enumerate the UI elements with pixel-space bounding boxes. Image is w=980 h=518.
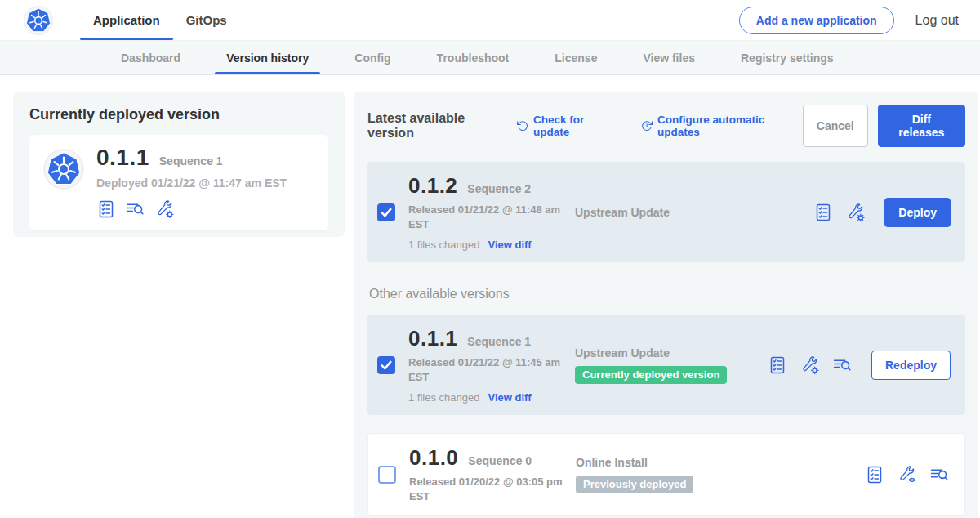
- diff-releases-button[interactable]: Diff releases: [878, 105, 965, 147]
- tab-dashboard[interactable]: Dashboard: [105, 41, 197, 74]
- deployed-timestamp: Deployed 01/21/22 @ 11:47 am EST: [96, 176, 287, 190]
- version-number: 0.1.2: [408, 173, 457, 199]
- tab-registry-settings[interactable]: Registry settings: [724, 41, 850, 74]
- currently-deployed-card: Currently deployed version: [13, 92, 345, 237]
- version-source-label: Upstream Update: [575, 346, 768, 359]
- sequence-label: Sequence 0: [468, 454, 532, 467]
- view-diff-link[interactable]: View diff: [488, 391, 531, 404]
- tab-troubleshoot[interactable]: Troubleshoot: [421, 41, 526, 74]
- sequence-label: Sequence 1: [467, 335, 531, 348]
- logout-link[interactable]: Log out: [915, 13, 959, 28]
- config-wrench-gear-icon[interactable]: [800, 355, 820, 375]
- tab-config[interactable]: Config: [338, 41, 407, 74]
- preflight-checklist-icon[interactable]: [865, 465, 884, 485]
- other-versions-title: Other available versions: [369, 287, 965, 301]
- view-config-wrench-eye-icon[interactable]: [897, 464, 917, 485]
- version-source-label: Online Install: [576, 456, 768, 469]
- view-diff-link[interactable]: View diff: [488, 239, 531, 251]
- app-kubernetes-icon: [42, 148, 85, 190]
- previously-deployed-badge: Previously deployed: [576, 476, 693, 493]
- tab-gitops[interactable]: GitOps: [173, 0, 240, 40]
- kubernetes-logo-icon: [23, 5, 54, 36]
- deploy-logs-icon[interactable]: [832, 355, 853, 375]
- tab-application[interactable]: Application: [80, 0, 173, 40]
- tab-version-history[interactable]: Version history: [210, 41, 325, 74]
- version-row-0-1-2: 0.1.2 Sequence 2 Released 01/21/22 @ 11:…: [368, 162, 965, 262]
- latest-available-title: Latest available version: [368, 111, 508, 141]
- tab-license[interactable]: License: [538, 41, 613, 74]
- redeploy-button[interactable]: Redeploy: [871, 351, 951, 380]
- check-for-update-link[interactable]: Check for update: [516, 114, 619, 138]
- version-row-0-1-0: 0.1.0 Sequence 0 Released 01/20/22 @ 03:…: [368, 433, 965, 516]
- released-timestamp: Released 01/20/22 @ 03:05 pm EST: [409, 475, 564, 503]
- header-tabs: Application GitOps: [80, 0, 240, 40]
- top-header: Application GitOps Add a new application…: [0, 0, 980, 41]
- version-number: 0.1.0: [409, 445, 458, 471]
- files-changed-label: 1 files changed: [408, 391, 479, 404]
- deployed-sequence-label: Sequence 1: [159, 154, 223, 167]
- version-number: 0.1.1: [408, 326, 457, 351]
- version-row-0-1-1: 0.1.1 Sequence 1 Released 01/21/22 @ 11:…: [368, 315, 965, 415]
- version-checkbox[interactable]: [377, 356, 395, 374]
- deploy-logs-icon[interactable]: [125, 199, 145, 219]
- currently-deployed-title: Currently deployed version: [29, 106, 328, 123]
- files-changed-label: 1 files changed: [408, 239, 479, 251]
- preflight-checklist-icon[interactable]: [813, 203, 833, 222]
- deployed-version-box: 0.1.1 Sequence 1 Deployed 01/21/22 @ 11:…: [29, 135, 328, 230]
- deployed-version-number: 0.1.1: [96, 145, 149, 171]
- currently-deployed-badge: Currently deployed version: [575, 366, 727, 384]
- deploy-logs-icon[interactable]: [929, 464, 950, 485]
- version-checkbox[interactable]: [378, 466, 396, 484]
- released-timestamp: Released 01/21/22 @ 11:45 am EST: [408, 355, 564, 384]
- cancel-button[interactable]: Cancel: [803, 105, 868, 147]
- version-history-panel: Latest available version Check for updat…: [354, 92, 978, 518]
- deploy-button[interactable]: Deploy: [884, 198, 951, 227]
- configure-automatic-updates-link[interactable]: Configure automatic updates: [640, 114, 803, 138]
- add-new-application-button[interactable]: Add a new application: [739, 7, 894, 34]
- preflight-checklist-icon[interactable]: [96, 199, 116, 219]
- app-subnav: Dashboard Version history Config Trouble…: [0, 41, 980, 75]
- version-checkbox[interactable]: [377, 203, 395, 221]
- sequence-label: Sequence 2: [467, 182, 531, 195]
- config-wrench-gear-icon[interactable]: [154, 199, 175, 219]
- config-wrench-gear-icon[interactable]: [845, 202, 866, 222]
- preflight-checklist-icon[interactable]: [768, 355, 787, 375]
- released-timestamp: Released 01/21/22 @ 11:48 am EST: [408, 203, 564, 231]
- version-source-label: Upstream Update: [575, 206, 768, 219]
- tab-view-files[interactable]: View files: [626, 41, 711, 74]
